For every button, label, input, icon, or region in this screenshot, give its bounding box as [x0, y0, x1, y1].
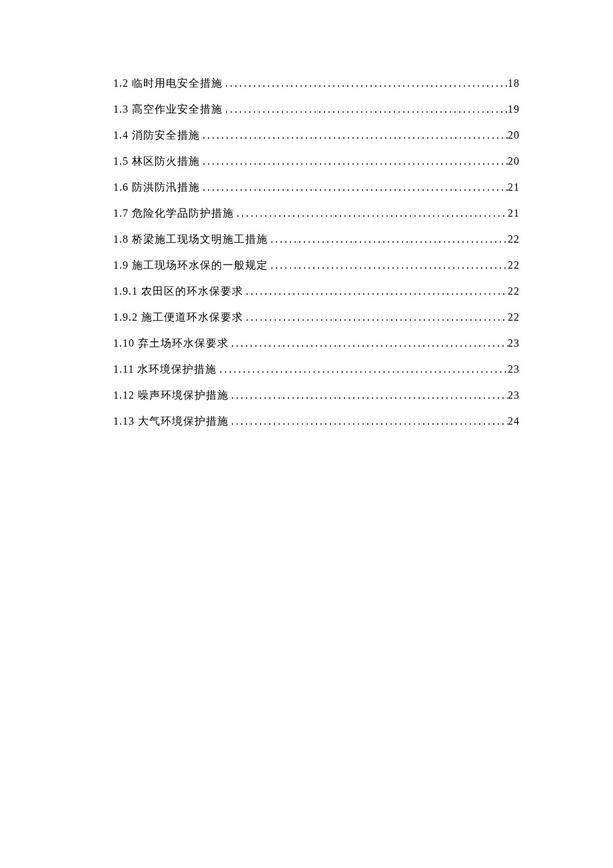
toc-page: 18 — [508, 77, 520, 89]
toc-dots — [229, 415, 508, 427]
toc-entry: 1.9.1 农田区的环水保要求 22 — [113, 285, 520, 299]
toc-dots — [234, 207, 508, 219]
toc-entry: 1.12 噪声环境保护措施 23 — [113, 389, 520, 403]
toc-page: 21 — [508, 207, 520, 219]
toc-entry: 1.3 高空作业安全措施 19 — [113, 103, 520, 117]
toc-entry: 1.7 危险化学品防护措施 21 — [113, 207, 520, 221]
toc-label: 1.3 高空作业安全措施 — [113, 103, 223, 117]
toc-label: 1.4 消防安全措施 — [113, 129, 200, 143]
toc-label: 1.7 危险化学品防护措施 — [113, 207, 234, 221]
toc-dots — [223, 103, 508, 115]
toc-dots — [200, 181, 508, 193]
toc-label: 1.9.2 施工便道环水保要求 — [113, 311, 243, 325]
toc-label: 1.12 噪声环境保护措施 — [113, 389, 229, 403]
toc-entry: 1.4 消防安全措施 20 — [113, 129, 520, 143]
toc-dots — [223, 77, 508, 89]
toc-dots — [268, 233, 508, 245]
toc-entry: 1.6 防洪防汛措施 21 — [113, 181, 520, 195]
toc-page: 24 — [508, 415, 520, 427]
toc-entry: 1.9.2 施工便道环水保要求 22 — [113, 311, 520, 325]
toc-dots — [229, 337, 508, 349]
toc-label: 1.13 大气环境保护措施 — [113, 415, 229, 429]
toc-dots — [200, 155, 508, 167]
toc-entry: 1.2 临时用电安全措施 18 — [113, 77, 520, 91]
toc-label: 1.9 施工现场环水保的一般规定 — [113, 259, 268, 273]
toc-dots — [200, 129, 508, 141]
toc-page: 19 — [508, 103, 520, 115]
toc-dots — [217, 363, 508, 375]
toc-entry: 1.5 林区防火措施 20 — [113, 155, 520, 169]
toc-label: 1.2 临时用电安全措施 — [113, 77, 223, 91]
toc-container: 1.2 临时用电安全措施 18 1.3 高空作业安全措施 19 1.4 消防安全… — [113, 77, 520, 429]
toc-page: 23 — [508, 363, 520, 375]
toc-page: 22 — [508, 285, 520, 297]
toc-page: 23 — [508, 337, 520, 349]
toc-dots — [243, 311, 508, 323]
toc-dots — [268, 259, 508, 271]
toc-page: 21 — [508, 181, 520, 193]
toc-dots — [229, 389, 508, 401]
toc-page: 23 — [508, 389, 520, 401]
toc-entry: 1.10 弃土场环水保要求 23 — [113, 337, 520, 351]
toc-label: 1.6 防洪防汛措施 — [113, 181, 200, 195]
toc-label: 1.5 林区防火措施 — [113, 155, 200, 169]
toc-label: 1.11 水环境保护措施 — [113, 363, 217, 377]
toc-page: 20 — [508, 155, 520, 167]
toc-entry: 1.13 大气环境保护措施 24 — [113, 415, 520, 429]
toc-entry: 1.8 桥梁施工现场文明施工措施 22 — [113, 233, 520, 247]
toc-entry: 1.9 施工现场环水保的一般规定 22 — [113, 259, 520, 273]
toc-label: 1.9.1 农田区的环水保要求 — [113, 285, 243, 299]
toc-label: 1.10 弃土场环水保要求 — [113, 337, 229, 351]
toc-page: 22 — [508, 259, 520, 271]
toc-entry: 1.11 水环境保护措施 23 — [113, 363, 520, 377]
toc-dots — [243, 285, 508, 297]
toc-page: 20 — [508, 129, 520, 141]
toc-page: 22 — [508, 233, 520, 245]
toc-label: 1.8 桥梁施工现场文明施工措施 — [113, 233, 268, 247]
toc-page: 22 — [508, 311, 520, 323]
